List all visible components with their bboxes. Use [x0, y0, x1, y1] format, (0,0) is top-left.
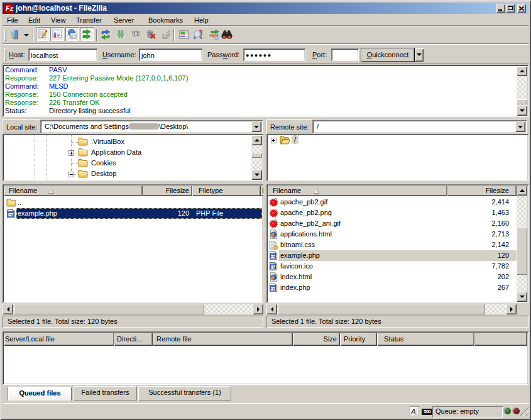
svg-text:A: A [410, 407, 416, 415]
svg-text:Fz: Fz [6, 4, 14, 12]
